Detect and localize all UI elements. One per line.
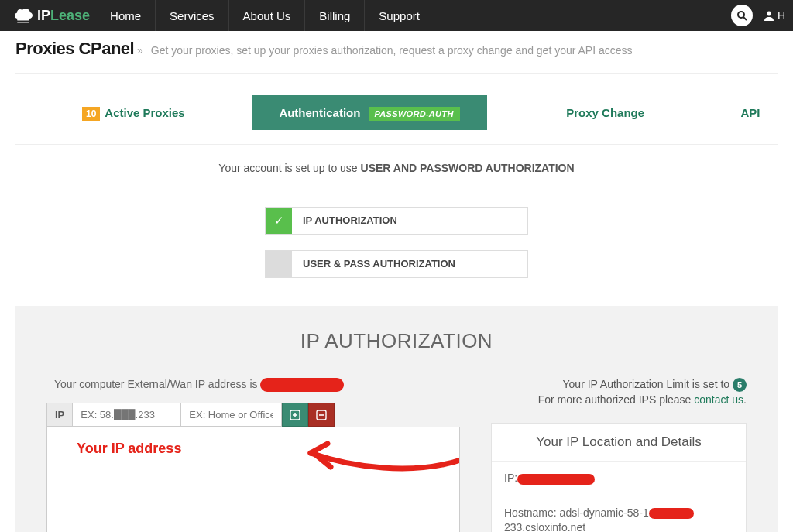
- user-initial: H: [778, 9, 785, 22]
- wan-ip-line: Your computer External/Wan IP address is: [46, 378, 460, 392]
- ip-input[interactable]: [73, 403, 181, 427]
- option-ip-label: IP AUTHORIZATION: [292, 208, 527, 234]
- redacted-ip: [260, 378, 344, 392]
- ip-input-row: IP: [46, 403, 460, 427]
- search-icon: [736, 10, 747, 21]
- tab-proxy-change[interactable]: Proxy Change: [487, 95, 723, 130]
- ip-details-box: Your IP Location and Details IP: Hostnam…: [491, 423, 747, 532]
- limit-line: Your IP Authorization Limit is set to 5: [491, 378, 747, 392]
- limit-count-badge: 5: [733, 378, 747, 392]
- check-icon: ✓: [266, 208, 292, 234]
- unchecked-box: [266, 251, 292, 277]
- auth-notice: Your account is set up to use USER AND P…: [15, 145, 778, 191]
- auth-mode-badge: PASSWORD-AUTH: [369, 107, 460, 121]
- svg-line-3: [743, 17, 747, 20]
- user-icon[interactable]: H: [764, 9, 785, 22]
- option-userpass-authorization[interactable]: USER & PASS AUTHORIZATION: [265, 250, 528, 278]
- option-ip-authorization[interactable]: ✓ IP AUTHORIZATION: [265, 207, 528, 235]
- logo[interactable]: IPLease: [8, 6, 96, 26]
- tab-api[interactable]: API: [723, 95, 778, 130]
- arrow-annotation-icon: [297, 436, 460, 479]
- authorized-ip-list[interactable]: Your IP address: [46, 427, 460, 532]
- svg-point-2: [738, 12, 744, 18]
- tab-authentication[interactable]: Authentication PASSWORD-AUTH: [252, 95, 488, 130]
- breadcrumb: Proxies CPanel » Get your proxies, set u…: [15, 31, 778, 74]
- logo-text: IPLease: [37, 8, 90, 24]
- detail-hostname: Hostname: adsl-dynamic-58-1233.csloxinfo…: [492, 496, 746, 532]
- search-button[interactable]: [731, 5, 753, 26]
- tab-authentication-label: Authentication: [279, 106, 360, 119]
- more-ips-line: For more authorized IPS please contact u…: [491, 393, 747, 406]
- redacted-detail-ip: [517, 474, 595, 485]
- annotation-text: Your IP address: [77, 441, 181, 457]
- svg-rect-0: [17, 19, 29, 21]
- nav-billing[interactable]: Billing: [305, 0, 365, 31]
- nav-support[interactable]: Support: [365, 0, 434, 31]
- redacted-hostname-part: [649, 508, 694, 519]
- cloud-stack-icon: [14, 6, 34, 26]
- option-userpass-label: USER & PASS AUTHORIZATION: [292, 251, 527, 277]
- plus-icon: [290, 410, 300, 420]
- panel-title: IP AUTHORIZATION: [46, 329, 747, 353]
- svg-rect-1: [17, 22, 29, 23]
- page-title: Proxies CPanel: [15, 39, 134, 58]
- svg-point-4: [767, 12, 771, 16]
- minus-icon: [316, 410, 327, 420]
- detail-ip: IP:: [492, 462, 746, 496]
- nav-items: Home Services About Us Billing Support: [96, 0, 434, 31]
- nav-about[interactable]: About Us: [229, 0, 306, 31]
- tab-active-proxies[interactable]: 10Active Proxies: [15, 95, 252, 130]
- top-navbar: IPLease Home Services About Us Billing S…: [0, 0, 793, 31]
- nav-home[interactable]: Home: [96, 0, 156, 31]
- tab-bar: 10Active Proxies Authentication PASSWORD…: [15, 74, 778, 145]
- details-title: Your IP Location and Details: [492, 424, 746, 462]
- contact-us-link[interactable]: contact us: [694, 393, 743, 406]
- nav-services[interactable]: Services: [156, 0, 229, 31]
- active-proxies-count: 10: [82, 107, 100, 121]
- add-ip-button[interactable]: [282, 403, 308, 427]
- ip-authorization-panel: IP AUTHORIZATION Your computer External/…: [15, 306, 778, 532]
- tab-active-proxies-label: Active Proxies: [105, 106, 184, 119]
- ip-tag: IP: [46, 403, 73, 427]
- ip-label-input[interactable]: [181, 403, 282, 427]
- remove-ip-button[interactable]: [308, 403, 335, 427]
- page-subtitle: Get your proxies, set up your proxies au…: [151, 44, 633, 57]
